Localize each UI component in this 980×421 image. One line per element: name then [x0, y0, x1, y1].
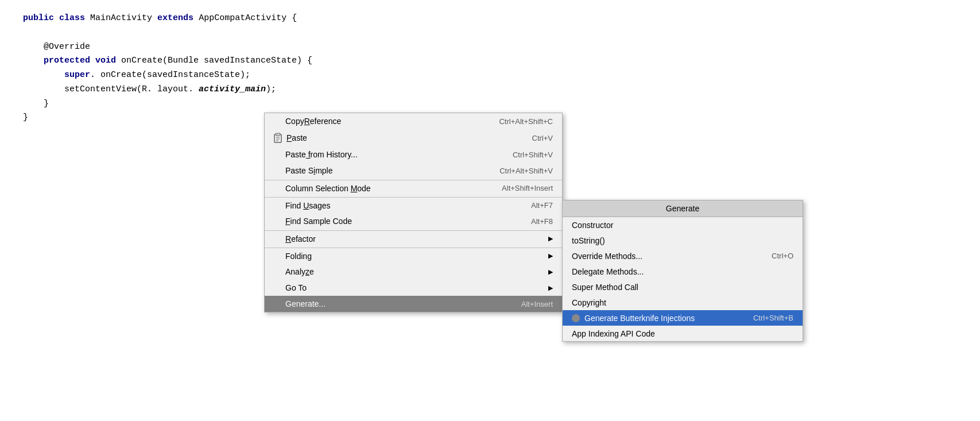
- butterknife-shortcut: Ctrl+Shift+B: [753, 314, 793, 322]
- super-method-label: Super Method Call: [572, 283, 793, 292]
- goto-label: Go To: [285, 283, 545, 292]
- analyze-item[interactable]: Analyze ▶: [265, 264, 562, 280]
- generate-submenu-title: Generate: [563, 200, 803, 217]
- column-selection-label: Column Selection Mode: [285, 184, 490, 193]
- paste-history-label: Paste from History...: [285, 150, 501, 159]
- override-methods-label: Override Methods...: [572, 252, 760, 261]
- paste-simple-item[interactable]: Paste Simple Ctrl+Alt+Shift+V: [265, 163, 562, 179]
- code-line-1: public class MainActivity extends AppCom…: [23, 11, 957, 26]
- paste-label: Paste: [286, 133, 521, 142]
- override-methods-item[interactable]: Override Methods... Ctrl+O: [563, 248, 803, 264]
- butterknife-item[interactable]: Generate Butterknife Injections Ctrl+Shi…: [563, 310, 803, 326]
- code-line-7: }: [23, 97, 957, 111]
- copy-reference-shortcut: Ctrl+Alt+Shift+C: [499, 117, 553, 126]
- refactor-label: Refactor: [285, 234, 545, 244]
- copyright-label: Copyright: [572, 298, 793, 307]
- goto-arrow: ▶: [548, 284, 553, 292]
- paste-simple-label: Paste Simple: [285, 166, 488, 175]
- constructor-label: Constructor: [572, 221, 793, 230]
- paste-simple-shortcut: Ctrl+Alt+Shift+V: [499, 167, 553, 175]
- code-line-3: @Override: [23, 40, 957, 55]
- paste-shortcut: Ctrl+V: [532, 134, 553, 142]
- override-methods-shortcut: Ctrl+O: [772, 252, 793, 260]
- analyze-arrow: ▶: [548, 268, 553, 276]
- generate-label: Generate...: [285, 299, 510, 308]
- goto-item[interactable]: Go To ▶: [265, 280, 562, 296]
- generate-shortcut: Alt+Insert: [521, 300, 553, 308]
- find-sample-item[interactable]: Find Sample Code Alt+F8: [265, 213, 562, 229]
- copy-reference-label: CopyReference: [285, 117, 487, 126]
- paste-history-item[interactable]: Paste from History... Ctrl+Shift+V: [265, 146, 562, 163]
- tostring-item[interactable]: toString(): [563, 233, 803, 248]
- find-usages-label: Find Usages: [285, 201, 520, 210]
- app-indexing-item[interactable]: App Indexing API Code: [563, 326, 803, 341]
- paste-history-shortcut: Ctrl+Shift+V: [513, 150, 553, 159]
- refactor-arrow: ▶: [548, 235, 553, 242]
- find-usages-item[interactable]: Find Usages Alt+F7: [265, 197, 562, 213]
- column-selection-shortcut: Alt+Shift+Insert: [502, 184, 553, 192]
- code-line-5: super. onCreate(savedInstanceState);: [23, 68, 957, 83]
- code-line-4: protected void onCreate(Bundle savedInst…: [23, 54, 957, 68]
- super-method-item[interactable]: Super Method Call: [563, 279, 803, 295]
- delegate-methods-label: Delegate Methods...: [572, 267, 793, 276]
- butterknife-label: Generate Butterknife Injections: [584, 314, 742, 323]
- svg-rect-1: [276, 133, 280, 136]
- folding-label: Folding: [285, 252, 545, 261]
- find-sample-shortcut: Alt+F8: [531, 217, 553, 226]
- copyright-item[interactable]: Copyright: [563, 295, 803, 310]
- code-line-2: [23, 26, 957, 40]
- paste-item[interactable]: Paste Ctrl+V: [265, 129, 562, 146]
- folding-arrow: ▶: [548, 252, 553, 260]
- delegate-methods-item[interactable]: Delegate Methods...: [563, 264, 803, 279]
- context-menu: CopyReference Ctrl+Alt+Shift+C Paste Ctr…: [264, 113, 563, 312]
- code-line-6: setContentView(R. layout. activity_main)…: [23, 83, 957, 97]
- generate-item[interactable]: Generate... Alt+Insert: [265, 296, 562, 312]
- generate-submenu: Generate Constructor toString() Override…: [562, 200, 803, 342]
- app-indexing-label: App Indexing API Code: [572, 329, 793, 338]
- find-sample-label: Find Sample Code: [285, 217, 520, 226]
- copy-reference-item[interactable]: CopyReference Ctrl+Alt+Shift+C: [265, 113, 562, 129]
- column-selection-item[interactable]: Column Selection Mode Alt+Shift+Insert: [265, 180, 562, 196]
- refactor-item[interactable]: Refactor ▶: [265, 230, 562, 246]
- radio-icon: [572, 314, 580, 322]
- paste-icon: [273, 132, 283, 144]
- folding-item[interactable]: Folding ▶: [265, 248, 562, 264]
- analyze-label: Analyze: [285, 267, 545, 276]
- tostring-label: toString(): [572, 236, 793, 245]
- constructor-item[interactable]: Constructor: [563, 217, 803, 233]
- find-usages-shortcut: Alt+F7: [531, 201, 553, 210]
